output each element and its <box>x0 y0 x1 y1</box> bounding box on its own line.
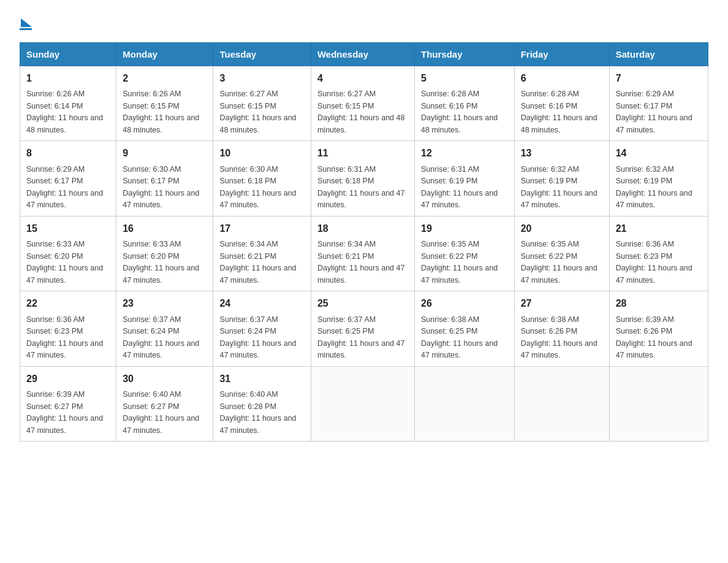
day-number: 29 <box>26 372 110 386</box>
day-info: Sunrise: 6:32 AMSunset: 6:19 PMDaylight:… <box>521 165 597 210</box>
calendar-cell: 22 Sunrise: 6:36 AMSunset: 6:23 PMDaylig… <box>20 291 116 366</box>
calendar-cell: 4 Sunrise: 6:27 AMSunset: 6:15 PMDayligh… <box>311 66 414 141</box>
calendar-cell <box>514 366 609 441</box>
day-info: Sunrise: 6:29 AMSunset: 6:17 PMDaylight:… <box>616 90 692 134</box>
calendar-cell: 9 Sunrise: 6:30 AMSunset: 6:17 PMDayligh… <box>116 141 213 216</box>
day-number: 12 <box>421 146 508 160</box>
day-number: 9 <box>123 146 207 160</box>
calendar-cell: 3 Sunrise: 6:27 AMSunset: 6:15 PMDayligh… <box>213 66 311 141</box>
day-number: 13 <box>521 146 603 160</box>
calendar-cell: 30 Sunrise: 6:40 AMSunset: 6:27 PMDaylig… <box>116 366 213 441</box>
day-info: Sunrise: 6:35 AMSunset: 6:22 PMDaylight:… <box>421 240 498 285</box>
calendar-cell <box>415 366 515 441</box>
day-info: Sunrise: 6:34 AMSunset: 6:21 PMDaylight:… <box>317 240 404 285</box>
logo-arrow-icon <box>21 18 32 27</box>
day-number: 5 <box>421 71 508 85</box>
day-info: Sunrise: 6:32 AMSunset: 6:19 PMDaylight:… <box>616 165 692 210</box>
calendar-week-row: 8 Sunrise: 6:29 AMSunset: 6:17 PMDayligh… <box>20 141 708 216</box>
calendar-cell: 5 Sunrise: 6:28 AMSunset: 6:16 PMDayligh… <box>415 66 515 141</box>
day-number: 3 <box>219 71 305 85</box>
logo-underline <box>20 28 32 30</box>
day-number: 11 <box>317 146 408 160</box>
calendar-cell: 17 Sunrise: 6:34 AMSunset: 6:21 PMDaylig… <box>213 216 311 291</box>
calendar-cell: 31 Sunrise: 6:40 AMSunset: 6:28 PMDaylig… <box>213 366 311 441</box>
calendar-cell: 24 Sunrise: 6:37 AMSunset: 6:24 PMDaylig… <box>213 291 311 366</box>
calendar-cell: 1 Sunrise: 6:26 AMSunset: 6:14 PMDayligh… <box>20 66 116 141</box>
day-number: 24 <box>219 296 305 310</box>
day-info: Sunrise: 6:30 AMSunset: 6:17 PMDaylight:… <box>123 165 199 210</box>
calendar-cell <box>609 366 708 441</box>
column-header-sunday: Sunday <box>20 43 116 66</box>
calendar-header-row: SundayMondayTuesdayWednesdayThursdayFrid… <box>20 43 708 66</box>
day-number: 8 <box>26 146 110 160</box>
calendar-cell: 14 Sunrise: 6:32 AMSunset: 6:19 PMDaylig… <box>609 141 708 216</box>
day-number: 7 <box>616 71 702 85</box>
calendar-cell: 23 Sunrise: 6:37 AMSunset: 6:24 PMDaylig… <box>116 291 213 366</box>
day-info: Sunrise: 6:26 AMSunset: 6:14 PMDaylight:… <box>26 90 103 134</box>
day-info: Sunrise: 6:33 AMSunset: 6:20 PMDaylight:… <box>26 240 103 285</box>
day-number: 10 <box>219 146 305 160</box>
column-header-thursday: Thursday <box>415 43 515 66</box>
calendar-cell <box>311 366 414 441</box>
calendar-week-row: 29 Sunrise: 6:39 AMSunset: 6:27 PMDaylig… <box>20 366 708 441</box>
calendar-week-row: 22 Sunrise: 6:36 AMSunset: 6:23 PMDaylig… <box>20 291 708 366</box>
day-number: 30 <box>123 372 207 386</box>
day-info: Sunrise: 6:38 AMSunset: 6:26 PMDaylight:… <box>521 315 597 360</box>
logo <box>20 15 32 30</box>
calendar-cell: 18 Sunrise: 6:34 AMSunset: 6:21 PMDaylig… <box>311 216 414 291</box>
day-number: 14 <box>616 146 702 160</box>
calendar-cell: 10 Sunrise: 6:30 AMSunset: 6:18 PMDaylig… <box>213 141 311 216</box>
day-number: 20 <box>521 221 603 236</box>
day-info: Sunrise: 6:29 AMSunset: 6:17 PMDaylight:… <box>26 165 103 210</box>
day-number: 1 <box>26 71 110 85</box>
day-info: Sunrise: 6:37 AMSunset: 6:24 PMDaylight:… <box>123 315 199 360</box>
column-header-monday: Monday <box>116 43 213 66</box>
day-number: 18 <box>317 221 408 236</box>
calendar-cell: 21 Sunrise: 6:36 AMSunset: 6:23 PMDaylig… <box>609 216 708 291</box>
calendar-cell: 11 Sunrise: 6:31 AMSunset: 6:18 PMDaylig… <box>311 141 414 216</box>
day-info: Sunrise: 6:28 AMSunset: 6:16 PMDaylight:… <box>521 90 597 134</box>
day-info: Sunrise: 6:31 AMSunset: 6:18 PMDaylight:… <box>317 165 404 210</box>
column-header-tuesday: Tuesday <box>213 43 311 66</box>
day-number: 2 <box>123 71 207 85</box>
day-info: Sunrise: 6:27 AMSunset: 6:15 PMDaylight:… <box>219 90 296 134</box>
day-number: 19 <box>421 221 508 236</box>
calendar-cell: 7 Sunrise: 6:29 AMSunset: 6:17 PMDayligh… <box>609 66 708 141</box>
day-info: Sunrise: 6:40 AMSunset: 6:27 PMDaylight:… <box>123 390 199 435</box>
calendar-cell: 16 Sunrise: 6:33 AMSunset: 6:20 PMDaylig… <box>116 216 213 291</box>
column-header-saturday: Saturday <box>609 43 708 66</box>
day-info: Sunrise: 6:36 AMSunset: 6:23 PMDaylight:… <box>26 315 103 360</box>
day-number: 31 <box>219 372 305 386</box>
calendar-cell: 29 Sunrise: 6:39 AMSunset: 6:27 PMDaylig… <box>20 366 116 441</box>
calendar-cell: 12 Sunrise: 6:31 AMSunset: 6:19 PMDaylig… <box>415 141 515 216</box>
day-info: Sunrise: 6:40 AMSunset: 6:28 PMDaylight:… <box>219 390 296 435</box>
day-number: 26 <box>421 296 508 310</box>
calendar-week-row: 1 Sunrise: 6:26 AMSunset: 6:14 PMDayligh… <box>20 66 708 141</box>
calendar-cell: 19 Sunrise: 6:35 AMSunset: 6:22 PMDaylig… <box>415 216 515 291</box>
calendar-cell: 13 Sunrise: 6:32 AMSunset: 6:19 PMDaylig… <box>514 141 609 216</box>
day-number: 22 <box>26 296 110 310</box>
day-number: 16 <box>123 221 207 236</box>
day-number: 27 <box>521 296 603 310</box>
calendar-cell: 20 Sunrise: 6:35 AMSunset: 6:22 PMDaylig… <box>514 216 609 291</box>
day-number: 17 <box>219 221 305 236</box>
calendar-cell: 15 Sunrise: 6:33 AMSunset: 6:20 PMDaylig… <box>20 216 116 291</box>
day-info: Sunrise: 6:39 AMSunset: 6:26 PMDaylight:… <box>616 315 692 360</box>
day-info: Sunrise: 6:35 AMSunset: 6:22 PMDaylight:… <box>521 240 597 285</box>
day-info: Sunrise: 6:33 AMSunset: 6:20 PMDaylight:… <box>123 240 199 285</box>
day-info: Sunrise: 6:26 AMSunset: 6:15 PMDaylight:… <box>123 90 199 134</box>
day-info: Sunrise: 6:34 AMSunset: 6:21 PMDaylight:… <box>219 240 296 285</box>
day-info: Sunrise: 6:36 AMSunset: 6:23 PMDaylight:… <box>616 240 692 285</box>
day-number: 23 <box>123 296 207 310</box>
calendar-cell: 27 Sunrise: 6:38 AMSunset: 6:26 PMDaylig… <box>514 291 609 366</box>
day-number: 6 <box>521 71 603 85</box>
column-header-wednesday: Wednesday <box>311 43 414 66</box>
calendar-cell: 6 Sunrise: 6:28 AMSunset: 6:16 PMDayligh… <box>514 66 609 141</box>
day-number: 28 <box>616 296 702 310</box>
day-info: Sunrise: 6:39 AMSunset: 6:27 PMDaylight:… <box>26 390 103 435</box>
day-number: 15 <box>26 221 110 236</box>
page-header <box>20 15 708 30</box>
day-number: 21 <box>616 221 702 236</box>
calendar-cell: 26 Sunrise: 6:38 AMSunset: 6:25 PMDaylig… <box>415 291 515 366</box>
day-info: Sunrise: 6:37 AMSunset: 6:25 PMDaylight:… <box>317 315 404 360</box>
